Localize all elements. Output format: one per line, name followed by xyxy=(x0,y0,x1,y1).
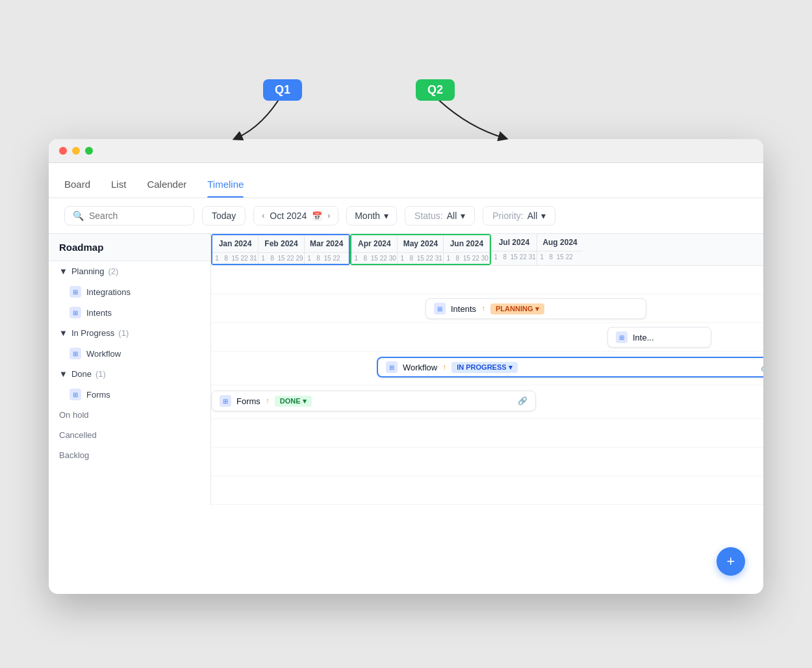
search-input[interactable] xyxy=(89,211,186,221)
forms-icon: ⊞ xyxy=(70,389,81,400)
month-mar: Mar 2024 1 8 15 22 xyxy=(305,235,349,264)
task-icon-forms: ⊞ xyxy=(220,395,231,407)
sidebar: Roadmap ▼ Planning (2) ⊞ Integrations ⊞ … xyxy=(49,234,211,505)
q2-annotation: Q2 xyxy=(416,79,455,101)
sidebar-item-label-intents: Intents xyxy=(86,308,112,318)
group-header-inprogress[interactable]: ▼ In Progress (1) xyxy=(49,323,210,343)
month-feb-label: Feb 2024 xyxy=(259,235,304,253)
month-apr-days: 1 8 15 22 30 xyxy=(351,253,397,264)
task-bar-intents2[interactable]: ⊞ Inte... xyxy=(607,327,711,348)
minimize-dot[interactable] xyxy=(72,147,80,155)
group-count-planning: (2) xyxy=(108,266,118,276)
group-count-done: (1) xyxy=(95,369,106,379)
timeline-row-onhold xyxy=(211,419,763,448)
task-label-intents2: Inte... xyxy=(633,333,654,342)
fab-add-button[interactable]: + xyxy=(717,547,745,576)
group-arrow-planning: ▼ xyxy=(59,266,68,276)
tab-timeline[interactable]: Timeline xyxy=(207,173,244,198)
group-header-done[interactable]: ▼ Done (1) xyxy=(49,364,210,384)
month-jun-days: 1 8 15 22 30 xyxy=(444,253,489,264)
group-label-cancelled: Cancelled xyxy=(49,425,210,445)
group-arrow-done: ▼ xyxy=(59,369,68,379)
month-jul-label: Jul 2024 xyxy=(491,234,537,251)
sidebar-item-integrations[interactable]: ⊞ Integrations xyxy=(49,281,210,302)
month-jan: Jan 2024 1 8 15 22 31 xyxy=(212,235,259,264)
task-bar-forms[interactable]: ⊞ Forms ↑ DONE ▾ 🔗 xyxy=(211,391,536,411)
task-icon-intents2: ⊞ xyxy=(616,331,628,343)
intents-icon: ⊞ xyxy=(70,307,81,318)
maximize-dot[interactable] xyxy=(85,147,93,155)
roadmap-header: Roadmap xyxy=(49,234,210,261)
priority-filter-arrow: ▾ xyxy=(541,211,546,221)
tab-list[interactable]: List xyxy=(111,173,126,198)
timeline-header: Jan 2024 1 8 15 22 31 xyxy=(211,234,763,266)
status-filter-arrow: ▾ xyxy=(461,211,465,221)
priority-icon-workflow: ↑ xyxy=(442,363,446,372)
integrations-icon: ⊞ xyxy=(70,286,81,298)
q2-range: Apr 2024 1 8 15 22 30 xyxy=(350,234,491,265)
timeline-row-workflow: ⊞ Workflow ↑ IN PROGRESS ▾ 🔗 xyxy=(211,352,763,385)
q1-annotation: Q1 xyxy=(263,79,302,101)
current-date: Oct 2024 xyxy=(270,211,307,221)
group-label-done: Done xyxy=(71,369,92,379)
timeline-row-intents2: ⊞ Inte... xyxy=(211,323,763,352)
q1-range: Jan 2024 1 8 15 22 31 xyxy=(211,234,350,265)
month-mar-days: 1 8 15 22 xyxy=(305,253,348,264)
calendar-icon[interactable]: 📅 xyxy=(312,211,322,221)
timeline-row-integrations xyxy=(211,266,763,294)
task-bar-workflow[interactable]: ⊞ Workflow ↑ IN PROGRESS ▾ 🔗 xyxy=(377,357,763,378)
tab-board[interactable]: Board xyxy=(64,173,90,198)
close-dot[interactable] xyxy=(59,147,67,155)
month-jul-days: 1 8 15 22 31 xyxy=(491,251,537,263)
sidebar-item-forms[interactable]: ⊞ Forms xyxy=(49,384,210,405)
timeline-row-intents: ⊞ Intents ↑ PLANNING ▾ xyxy=(211,294,763,323)
tab-calender[interactable]: Calender xyxy=(147,173,186,198)
today-button[interactable]: Today xyxy=(202,206,246,225)
month-dropdown-icon: ▾ xyxy=(384,211,388,221)
month-jan-days: 1 8 15 22 31 xyxy=(212,253,258,264)
group-label-onhold: On hold xyxy=(49,405,210,425)
main-content: Roadmap ▼ Planning (2) ⊞ Integrations ⊞ … xyxy=(49,234,763,505)
status-badge-workflow[interactable]: IN PROGRESS ▾ xyxy=(451,362,517,373)
sidebar-item-intents[interactable]: ⊞ Intents xyxy=(49,302,210,323)
priority-filter-value: All xyxy=(527,211,538,221)
month-selector[interactable]: Month ▾ xyxy=(346,206,397,225)
group-label-inprogress: In Progress xyxy=(71,328,114,338)
priority-icon-intents: ↑ xyxy=(481,304,485,313)
task-bar-intents[interactable]: ⊞ Intents ↑ PLANNING ▾ xyxy=(425,298,646,319)
month-feb-days: 1 8 15 22 29 xyxy=(259,253,304,264)
task-icon-workflow: ⊞ xyxy=(386,361,398,373)
sidebar-item-label-integrations: Integrations xyxy=(86,287,131,297)
status-filter[interactable]: Status: All ▾ xyxy=(405,206,475,225)
timeline-rows: ⊞ Intents ↑ PLANNING ▾ ⊞ Inte. xyxy=(211,266,763,505)
month-may-days: 1 8 15 22 31 xyxy=(398,253,443,264)
search-box[interactable]: 🔍 xyxy=(64,206,194,225)
task-label-forms: Forms xyxy=(236,396,260,406)
priority-filter[interactable]: Priority: All ▾ xyxy=(483,206,555,225)
link-icon-workflow[interactable]: 🔗 xyxy=(761,363,763,372)
next-nav-button[interactable]: › xyxy=(327,211,330,220)
search-icon: 🔍 xyxy=(73,211,84,221)
priority-icon-forms: ↑ xyxy=(266,396,270,405)
group-label-backlog: Backlog xyxy=(49,445,210,465)
task-icon-intents: ⊞ xyxy=(434,303,446,315)
month-jan-label: Jan 2024 xyxy=(212,235,258,253)
month-aug: Aug 2024 1 8 15 22 xyxy=(537,234,582,265)
sidebar-item-label-workflow: Workflow xyxy=(86,349,121,359)
date-nav: ‹ Oct 2024 📅 › xyxy=(253,206,338,225)
status-filter-prefix: Status: xyxy=(414,211,443,221)
status-badge-forms[interactable]: DONE ▾ xyxy=(275,396,312,407)
prev-nav-button[interactable]: ‹ xyxy=(262,211,264,220)
group-label-planning: Planning xyxy=(71,266,105,276)
priority-filter-prefix: Priority: xyxy=(492,211,523,221)
sidebar-item-label-forms: Forms xyxy=(86,390,110,400)
sidebar-item-workflow[interactable]: ⊞ Workflow xyxy=(49,343,210,364)
status-badge-intents[interactable]: PLANNING ▾ xyxy=(490,303,544,315)
toolbar: 🔍 Today ‹ Oct 2024 📅 › Month ▾ Status: A… xyxy=(49,198,763,234)
group-count-inprogress: (1) xyxy=(118,328,129,338)
month-jun: Jun 2024 1 8 15 22 30 xyxy=(444,235,490,264)
timeline-scroll[interactable]: Jan 2024 1 8 15 22 31 xyxy=(211,234,763,505)
group-header-planning[interactable]: ▼ Planning (2) xyxy=(49,261,210,281)
workflow-icon: ⊞ xyxy=(70,348,81,359)
link-icon-forms[interactable]: 🔗 xyxy=(518,396,527,405)
